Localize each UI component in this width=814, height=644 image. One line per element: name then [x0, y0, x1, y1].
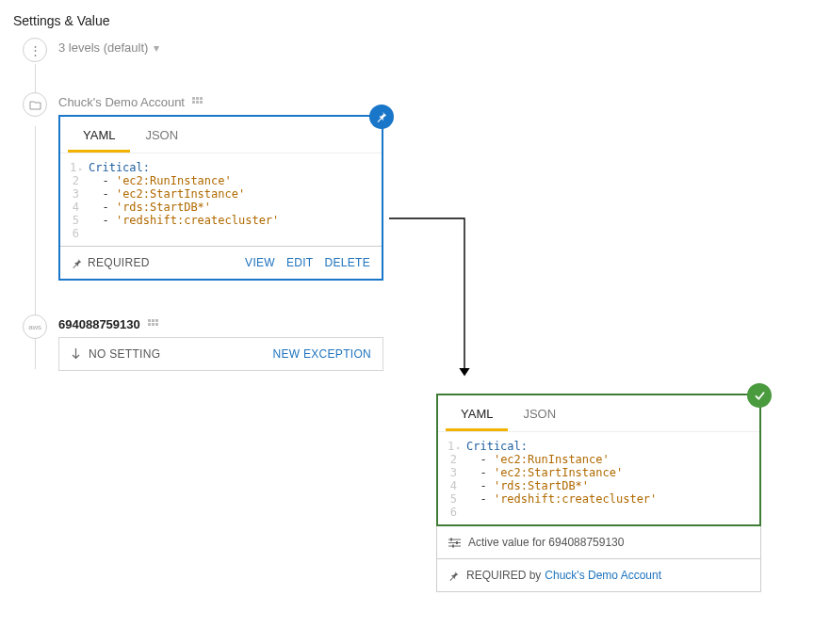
org-label: Chuck's Demo Account: [58, 95, 185, 109]
resolved-panel: YAML JSON 1Critical: 2 - 'ec2:RunInstanc…: [436, 394, 761, 592]
chevron-down-icon: ▾: [154, 41, 159, 55]
svg-rect-2: [200, 97, 203, 100]
pin-icon: [448, 571, 459, 581]
required-by-row: REQUIRED by Chuck's Demo Account: [436, 559, 761, 592]
tab-json[interactable]: JSON: [130, 121, 193, 153]
code-tabs: YAML JSON: [60, 117, 382, 153]
resolved-card: YAML JSON 1Critical: 2 - 'ec2:RunInstanc…: [436, 394, 761, 526]
org-label-row[interactable]: Chuck's Demo Account: [58, 95, 803, 109]
svg-rect-8: [155, 319, 158, 322]
svg-rect-6: [148, 319, 151, 322]
kebab-icon[interactable]: ⋮: [23, 38, 47, 62]
aws-icon[interactable]: aws: [23, 314, 47, 339]
pin-badge-icon: [369, 105, 394, 129]
levels-label: 3 levels (default): [58, 40, 148, 55]
svg-rect-14: [452, 544, 454, 547]
check-badge-icon: [747, 383, 772, 408]
sliders-icon: [448, 538, 461, 548]
svg-rect-10: [152, 323, 155, 326]
required-by-source-link[interactable]: Chuck's Demo Account: [545, 569, 661, 582]
svg-rect-5: [200, 101, 203, 104]
grid-icon: [192, 97, 203, 107]
svg-rect-0: [192, 97, 195, 100]
tree-node-levels: ⋮ 3 levels (default) ▾: [11, 38, 803, 77]
svg-rect-12: [450, 538, 452, 540]
new-exception-button[interactable]: NEW EXCEPTION: [272, 347, 371, 361]
no-setting-card: NO SETTING NEW EXCEPTION: [58, 337, 383, 371]
card-footer: REQUIRED VIEW EDIT DELETE: [60, 246, 382, 279]
tab-yaml[interactable]: YAML: [68, 121, 130, 153]
svg-rect-7: [152, 319, 155, 322]
active-value-row: Active value for 694088759130: [436, 526, 761, 559]
svg-rect-9: [148, 323, 151, 326]
levels-selector[interactable]: 3 levels (default) ▾: [58, 40, 803, 55]
svg-rect-13: [456, 541, 458, 544]
folder-icon[interactable]: [23, 92, 47, 117]
svg-rect-11: [155, 323, 158, 326]
code-block: 1Critical: 2 - 'ec2:RunInstance' 3 - 'ec…: [438, 432, 759, 524]
grid-icon: [148, 319, 158, 330]
svg-rect-3: [192, 101, 195, 104]
tab-yaml[interactable]: YAML: [446, 399, 508, 431]
code-block: 1Critical: 2 - 'ec2:RunInstance' 3 - 'ec…: [60, 153, 382, 246]
page-title: Settings & Value: [11, 11, 803, 38]
active-value-label: Active value for 694088759130: [468, 536, 624, 549]
svg-rect-1: [196, 97, 199, 100]
account-label-row[interactable]: 694088759130: [58, 317, 803, 331]
tree-node-org: Chuck's Demo Account YAML JSON 1Critical…: [11, 92, 803, 281]
org-setting-card: YAML JSON 1Critical: 2 - 'ec2:RunInstanc…: [58, 115, 383, 281]
edit-button[interactable]: EDIT: [286, 256, 314, 269]
delete-button[interactable]: DELETE: [325, 256, 370, 269]
code-tabs: YAML JSON: [438, 395, 759, 432]
svg-rect-4: [196, 101, 199, 104]
tree-node-account: aws 694088759130 NO SETTING NEW EXCEPTIO…: [11, 314, 803, 371]
no-setting-label: NO SETTING: [89, 347, 160, 361]
view-button[interactable]: VIEW: [245, 256, 275, 269]
tab-json[interactable]: JSON: [508, 399, 571, 431]
required-by-label: REQUIRED by: [466, 569, 541, 582]
required-label: REQUIRED: [88, 256, 150, 269]
account-label: 694088759130: [58, 317, 140, 331]
inherit-arrow-icon: [71, 348, 81, 361]
